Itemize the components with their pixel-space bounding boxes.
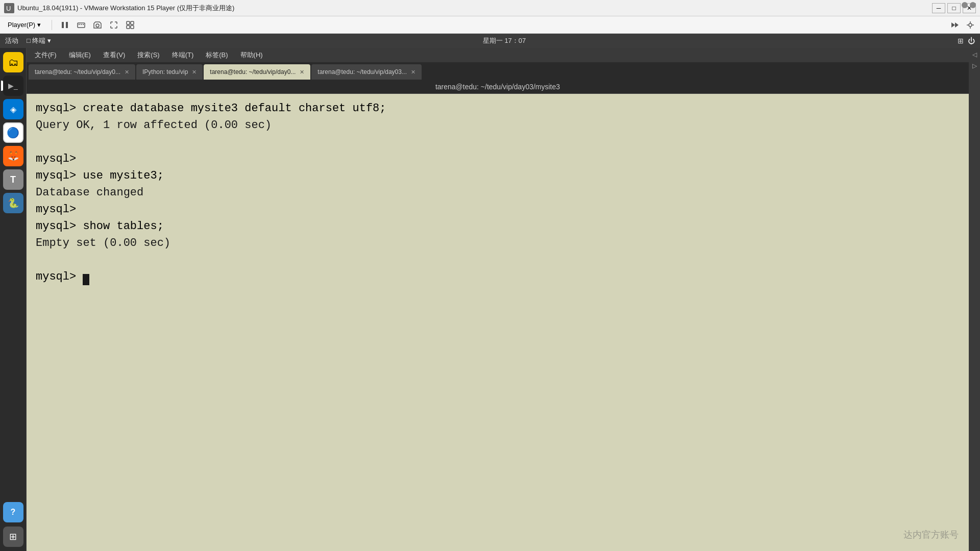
maximize-button[interactable]: □ <box>947 3 961 13</box>
svg-rect-6 <box>81 24 82 25</box>
toolbar-separator-1 <box>52 20 52 30</box>
terminal-content[interactable]: mysql> create database mysite3 default c… <box>27 94 969 551</box>
terminal-main: 文件(F) 编辑(E) 查看(V) 搜索(S) 终端(T) 标签(B) 帮助(H… <box>27 48 969 551</box>
tab-2-close[interactable]: ✕ <box>192 69 197 76</box>
menu-tabs[interactable]: 标签(B) <box>204 49 230 61</box>
tab-4[interactable]: tarena@tedu: ~/tedu/vip/day03... ✕ <box>311 64 422 80</box>
ubuntu-topbar-right: ⊞ ⏻ <box>958 37 975 45</box>
terminal-title-bar: tarena@tedu: ~/tedu/vip/day03/mysite3 <box>27 80 969 94</box>
menu-terminal[interactable]: 终端(T) <box>170 49 196 61</box>
title-bar: U Ubuntu_18.04(1911) - VMware Workstatio… <box>0 0 980 16</box>
player-menu[interactable]: Player(P) ▾ <box>4 19 44 30</box>
svg-rect-3 <box>66 22 68 28</box>
unity-button[interactable] <box>125 19 136 31</box>
terminal-title-text: tarena@tedu: ~/tedu/vip/day03/mysite3 <box>435 83 560 91</box>
menu-edit[interactable]: 编辑(E) <box>67 49 93 61</box>
vmware-icon: U <box>4 3 14 13</box>
camera-icon <box>93 20 102 30</box>
tab-3-close[interactable]: ✕ <box>300 69 304 76</box>
grid-icon: ⊞ <box>9 531 17 542</box>
terminal-line-4: mysql> <box>36 151 960 167</box>
tab-1-label: tarena@tedu: ~/tedu/vip/day0... <box>35 68 120 76</box>
tab-4-label: tarena@tedu: ~/tedu/vip/day03... <box>317 68 407 76</box>
svg-rect-9 <box>127 21 130 24</box>
vm-area: 活动 □ 终端 ▾ 星期一 17：07 ⊞ ⏻ 🗂 ▶_ ◈ 🔵 <box>0 34 980 551</box>
menu-help[interactable]: 帮助(H) <box>238 49 265 61</box>
terminal-menubar: 文件(F) 编辑(E) 查看(V) 搜索(S) 终端(T) 标签(B) 帮助(H… <box>27 48 969 62</box>
terminal-line-5: mysql> use mysite3; <box>36 167 960 184</box>
texteditor-icon: T <box>10 174 16 185</box>
snapshot-button[interactable] <box>92 19 103 31</box>
terminal-line-7: mysql> <box>36 201 960 218</box>
svg-point-8 <box>96 24 99 27</box>
topbar-grid-icon[interactable]: ⊞ <box>958 37 964 45</box>
sidebar-app-chrome[interactable]: 🔵 <box>3 122 23 143</box>
watermark-text: 达内官方账号 <box>903 530 959 540</box>
activities-button[interactable]: 活动 <box>5 36 18 45</box>
chrome-icon: 🔵 <box>7 127 19 139</box>
firefox-icon: 🦊 <box>8 151 19 162</box>
terminal-line-2: Query OK, 1 row affected (0.00 sec) <box>36 117 960 134</box>
side-icon-2[interactable]: ▷ <box>970 61 979 70</box>
player-menu-label: Player(P) <box>8 21 35 29</box>
ubuntu-topbar: 活动 □ 终端 ▾ 星期一 17：07 ⊞ ⏻ <box>0 34 980 48</box>
fast-forward-svg <box>950 20 960 30</box>
python-icon: 🐍 <box>8 197 19 209</box>
svg-rect-12 <box>131 26 134 29</box>
terminal-menu[interactable]: □ 终端 ▾ <box>27 36 51 45</box>
vmware-right-icons <box>949 19 976 31</box>
help-icon: ? <box>11 508 16 517</box>
terminal-container: 🗂 ▶_ ◈ 🔵 🦊 T 🐍 ? <box>0 48 980 551</box>
ubuntu-topbar-left: 活动 □ 终端 ▾ <box>5 36 51 45</box>
watermark: 达内官方账号 <box>903 529 959 541</box>
files-icon: 🗂 <box>8 57 18 68</box>
sidebar-app-texteditor[interactable]: T <box>3 169 23 190</box>
terminal-line-9: Empty set (0.00 sec) <box>36 235 960 252</box>
player-menu-arrow: ▾ <box>37 21 41 29</box>
vmware-toolbar: Player(P) ▾ <box>0 16 980 34</box>
tab-3[interactable]: tarena@tedu: ~/tedu/vip/day0... ✕ <box>204 64 310 80</box>
pause-button[interactable] <box>59 19 70 31</box>
tab-2-label: IPython: tedu/vip <box>142 68 188 76</box>
sidebar-app-vscode[interactable]: ◈ <box>3 99 23 119</box>
sidebar-grid-button[interactable]: ⊞ <box>3 527 23 547</box>
menu-file[interactable]: 文件(F) <box>33 49 59 61</box>
svg-rect-2 <box>62 22 64 28</box>
tab-1[interactable]: tarena@tedu: ~/tedu/vip/day0... ✕ <box>29 64 135 80</box>
tabs-bar: tarena@tedu: ~/tedu/vip/day0... ✕ IPytho… <box>27 62 969 80</box>
sidebar-app-help[interactable]: ? <box>3 502 23 522</box>
settings-icon[interactable] <box>965 19 976 31</box>
svg-rect-10 <box>131 21 134 24</box>
keyboard-icon <box>77 20 86 30</box>
tab-1-close[interactable]: ✕ <box>125 69 129 76</box>
window-title: Ubuntu_18.04(1911) - VMware Workstation … <box>17 4 234 13</box>
sidebar-app-firefox[interactable]: 🦊 <box>3 146 23 166</box>
tab-4-close[interactable]: ✕ <box>411 69 415 76</box>
svg-rect-5 <box>79 24 80 25</box>
tab-3-label: tarena@tedu: ~/tedu/vip/day0... <box>210 68 296 76</box>
sidebar-app-python[interactable]: 🐍 <box>3 193 23 213</box>
fast-forward-icon[interactable] <box>949 19 961 31</box>
send-ctrlaltdel-button[interactable] <box>76 19 87 31</box>
menu-view[interactable]: 查看(V) <box>101 49 127 61</box>
fullscreen-icon <box>109 20 118 30</box>
app-sidebar: 🗂 ▶_ ◈ 🔵 🦊 T 🐍 ? <box>0 48 27 551</box>
tab-2[interactable]: IPython: tedu/vip ✕ <box>136 64 203 80</box>
ubuntu-topbar-center: 星期一 17：07 <box>59 36 949 45</box>
terminal-line-6: Database changed <box>36 184 960 201</box>
unity-icon <box>126 20 135 30</box>
terminal-icon: ▶_ <box>8 82 18 90</box>
sidebar-app-files[interactable]: 🗂 <box>3 52 23 72</box>
vscode-icon: ◈ <box>10 105 16 114</box>
fullscreen-button[interactable] <box>108 19 119 31</box>
minimize-button[interactable]: ─ <box>932 3 945 13</box>
svg-point-13 <box>969 23 972 27</box>
sidebar-app-terminal[interactable]: ▶_ <box>3 76 23 96</box>
svg-rect-7 <box>83 24 84 25</box>
menu-search[interactable]: 搜索(S) <box>135 49 161 61</box>
pause-icon <box>60 20 69 30</box>
topbar-power-icon[interactable]: ⏻ <box>968 37 975 45</box>
vmware-side-panel: ◁ ▷ <box>969 48 980 551</box>
side-icon-1[interactable]: ◁ <box>970 50 979 59</box>
sidebar-bottom: ? ⊞ <box>3 502 23 547</box>
